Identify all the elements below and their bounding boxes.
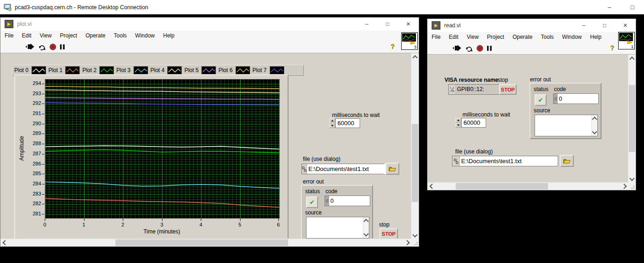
increment-button[interactable] xyxy=(455,118,461,123)
scroll-left-button[interactable] xyxy=(0,239,8,246)
menu-item[interactable]: Tools xyxy=(110,31,131,40)
source-scrollbar[interactable] xyxy=(591,115,597,136)
code-input[interactable] xyxy=(329,196,370,206)
run-button-icon[interactable] xyxy=(26,43,34,50)
code-input[interactable] xyxy=(558,94,599,104)
rdp-title: pcad3-cuspdaq.cern.ch - Remote Desktop C… xyxy=(15,4,148,11)
legend-item[interactable]: Plot 1 xyxy=(48,66,80,74)
resize-grip[interactable] xyxy=(628,183,636,190)
run-continuously-icon[interactable] xyxy=(465,45,473,52)
ms-wait-value[interactable]: 60000 xyxy=(461,118,486,128)
stop-button[interactable]: STOP xyxy=(379,228,398,239)
stop-button[interactable]: STOP xyxy=(499,84,517,95)
menu-item[interactable]: Edit xyxy=(445,32,463,42)
decrement-button[interactable] xyxy=(329,123,335,128)
vertical-scrollbar[interactable] xyxy=(628,55,636,183)
abort-button-icon[interactable] xyxy=(476,45,483,52)
menu-item[interactable]: Operate xyxy=(508,32,536,42)
minimize-button[interactable]: – xyxy=(356,18,377,31)
rdp-minimize-button[interactable]: – xyxy=(598,0,621,14)
close-button[interactable]: ✕ xyxy=(398,18,419,31)
rdp-maximize-button[interactable]: □ xyxy=(621,0,644,14)
minimize-button[interactable]: – xyxy=(573,19,594,32)
legend-item[interactable]: Plot 2 xyxy=(82,66,114,74)
horizontal-scrollbar[interactable] xyxy=(0,239,411,246)
vertical-scrollbar[interactable] xyxy=(411,53,419,239)
legend-swatch[interactable] xyxy=(133,66,148,74)
legend-swatch[interactable] xyxy=(270,66,284,74)
source-field[interactable] xyxy=(535,115,598,136)
scroll-right-button[interactable] xyxy=(404,239,411,246)
menu-item[interactable]: Operate xyxy=(81,31,109,40)
plot-vi-titlebar[interactable]: plot.vi – □ ✕ xyxy=(0,18,419,31)
file-path-input[interactable] xyxy=(460,156,558,166)
legend-swatch[interactable] xyxy=(235,66,250,74)
legend-item[interactable]: Plot 4 xyxy=(150,66,182,74)
menu-item[interactable]: File xyxy=(427,32,445,42)
scroll-down-icon[interactable] xyxy=(363,231,368,236)
vertical-scroll-thumb[interactable] xyxy=(629,85,635,152)
menu-item[interactable]: Tools xyxy=(537,32,558,42)
source-scrollbar[interactable] xyxy=(363,217,369,238)
legend-item[interactable]: Plot 7 xyxy=(253,66,284,74)
scroll-up-icon[interactable] xyxy=(363,219,368,224)
status-indicator[interactable]: ✔ xyxy=(535,94,547,106)
menu-item[interactable]: File xyxy=(0,31,18,40)
context-help-icon[interactable]: ? xyxy=(391,42,395,50)
browse-button[interactable] xyxy=(385,163,399,175)
scroll-left-button[interactable] xyxy=(427,183,435,190)
file-path-input[interactable] xyxy=(307,164,391,174)
context-help-icon[interactable]: ? xyxy=(610,43,614,51)
legend-swatch[interactable] xyxy=(167,66,182,74)
legend-swatch[interactable] xyxy=(201,66,216,74)
decrement-button[interactable] xyxy=(455,123,461,128)
legend-line-sample xyxy=(100,67,114,74)
run-continuously-icon[interactable] xyxy=(38,43,46,50)
menu-item[interactable]: Window xyxy=(558,32,586,42)
close-button[interactable]: ✕ xyxy=(615,19,636,32)
scroll-down-button[interactable] xyxy=(411,232,419,239)
increment-button[interactable] xyxy=(329,118,335,123)
plot-area[interactable] xyxy=(45,79,280,219)
vi-icon[interactable]: 3 xyxy=(401,32,418,50)
status-indicator[interactable]: ✔ xyxy=(306,196,318,208)
menu-item[interactable]: View xyxy=(36,31,56,40)
resize-grip[interactable] xyxy=(411,239,419,246)
menu-item[interactable]: Project xyxy=(56,31,81,40)
pause-button-icon[interactable] xyxy=(60,44,65,50)
horizontal-scroll-thumb[interactable] xyxy=(456,183,548,190)
pause-button-icon[interactable] xyxy=(487,45,492,51)
horizontal-scrollbar[interactable] xyxy=(427,182,628,190)
source-field[interactable] xyxy=(306,217,369,239)
horizontal-scroll-thumb[interactable] xyxy=(115,239,288,246)
legend-item[interactable]: Plot 5 xyxy=(184,66,216,74)
scroll-up-button[interactable] xyxy=(411,53,419,61)
menu-item[interactable]: Project xyxy=(483,32,508,42)
menu-item[interactable]: Help xyxy=(159,31,179,40)
scroll-down-button[interactable] xyxy=(628,175,636,183)
read-vi-titlebar[interactable]: read.vi – □ ✕ xyxy=(427,19,636,32)
maximize-button[interactable]: □ xyxy=(377,18,398,31)
legend-item[interactable]: Plot 0 xyxy=(14,66,46,74)
scroll-right-button[interactable] xyxy=(621,183,628,190)
menu-item[interactable]: Window xyxy=(131,31,159,40)
menu-item[interactable]: Edit xyxy=(18,31,36,40)
scroll-down-icon[interactable] xyxy=(592,129,597,134)
maximize-button[interactable]: □ xyxy=(594,19,615,32)
menu-item[interactable]: Help xyxy=(586,32,606,42)
scroll-up-icon[interactable] xyxy=(592,116,597,122)
run-button-icon[interactable] xyxy=(453,45,461,51)
legend-swatch[interactable] xyxy=(99,66,114,74)
legend-swatch[interactable] xyxy=(65,66,80,74)
legend-item[interactable]: Plot 3 xyxy=(116,66,148,74)
scroll-up-button[interactable] xyxy=(628,55,636,62)
ms-wait-value[interactable]: 60000 xyxy=(335,118,360,128)
browse-button[interactable] xyxy=(560,155,574,167)
vertical-scroll-thumb[interactable] xyxy=(412,124,418,202)
vi-icon[interactable]: 1 xyxy=(618,32,635,49)
legend-swatch[interactable] xyxy=(31,66,46,74)
visa-resource-value[interactable]: GPIB0::12: xyxy=(456,85,506,94)
menu-item[interactable]: View xyxy=(463,32,483,42)
legend-item[interactable]: Plot 6 xyxy=(218,66,250,74)
abort-button-icon[interactable] xyxy=(49,43,56,50)
